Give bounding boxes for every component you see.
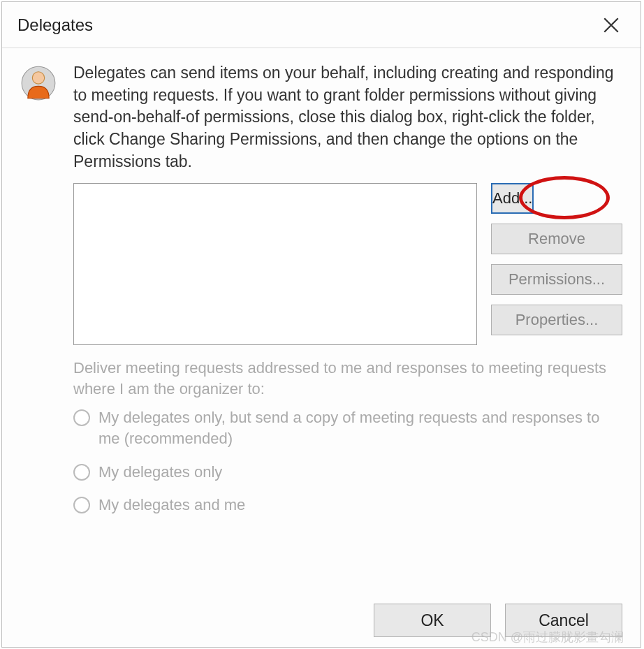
dialog-body: Delegates can send items on your behalf,… <box>2 48 641 516</box>
deliver-label: Deliver meeting requests addressed to me… <box>73 358 622 401</box>
delegates-dialog: Delegates Delegates can send items on yo… <box>1 1 641 648</box>
deliver-section: Deliver meeting requests addressed to me… <box>73 358 622 516</box>
delegates-list[interactable] <box>73 183 477 345</box>
remove-button: Remove <box>491 224 622 254</box>
close-icon <box>602 16 620 34</box>
add-button[interactable]: Add... <box>491 183 534 214</box>
radio-icon <box>73 464 90 481</box>
radio-label: My delegates and me <box>98 495 245 516</box>
delegates-list-row: Add... Remove Permissions... Properties.… <box>73 183 622 345</box>
user-icon <box>20 62 57 173</box>
cancel-button[interactable]: Cancel <box>505 604 622 637</box>
dialog-title: Delegates <box>17 15 93 35</box>
close-button[interactable] <box>594 8 628 42</box>
radio-option-1: My delegates only, but send a copy of me… <box>73 407 622 449</box>
radio-option-3: My delegates and me <box>73 495 622 516</box>
side-button-column: Add... Remove Permissions... Properties.… <box>491 183 622 345</box>
description-row: Delegates can send items on your behalf,… <box>20 62 622 173</box>
radio-option-2: My delegates only <box>73 462 622 483</box>
radio-icon <box>73 497 90 513</box>
radio-icon <box>73 409 90 426</box>
svg-point-1 <box>32 72 44 84</box>
description-text: Delegates can send items on your behalf,… <box>73 62 622 173</box>
dialog-footer: OK Cancel <box>374 604 622 637</box>
properties-button: Properties... <box>491 305 622 335</box>
ok-button[interactable]: OK <box>374 604 491 637</box>
titlebar: Delegates <box>2 2 641 48</box>
radio-label: My delegates only <box>98 462 222 483</box>
permissions-button: Permissions... <box>491 264 622 295</box>
add-button-wrap: Add... <box>491 183 622 214</box>
radio-label: My delegates only, but send a copy of me… <box>98 407 622 449</box>
